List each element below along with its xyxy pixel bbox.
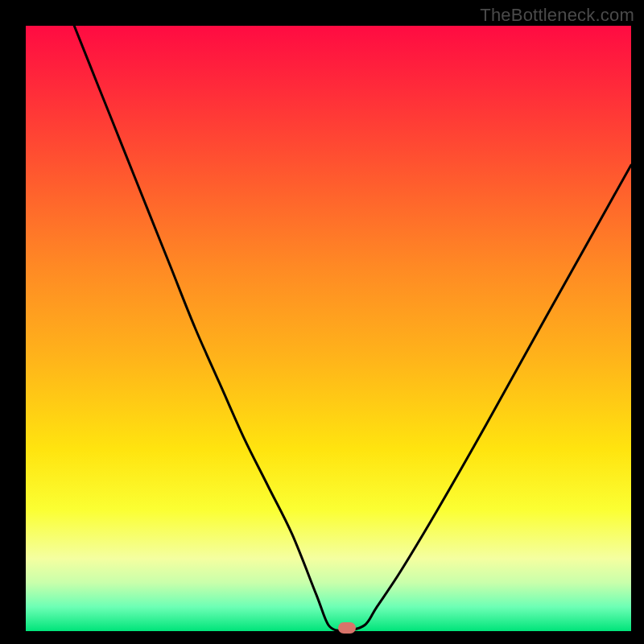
- plot-area: [26, 26, 631, 631]
- chart-frame: TheBottleneck.com: [0, 0, 644, 644]
- watermark-text: TheBottleneck.com: [480, 5, 634, 26]
- bottleneck-curve: [26, 26, 631, 631]
- optimal-marker: [338, 622, 356, 634]
